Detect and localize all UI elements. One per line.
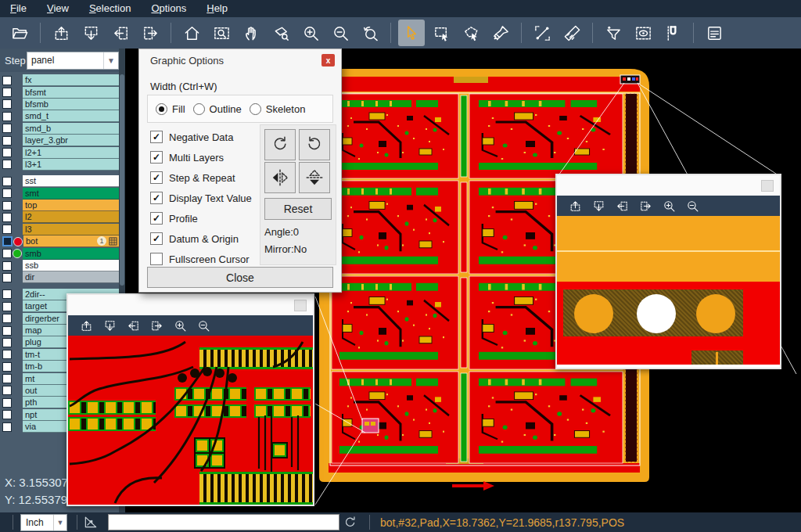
rotate-cw-icon[interactable] xyxy=(264,129,296,160)
layer-name-cell[interactable]: bfsmt xyxy=(23,87,119,99)
checkbox-step-repeat[interactable]: ✓Step & Repeat xyxy=(150,170,235,185)
zoom-out-icon[interactable] xyxy=(194,316,213,335)
zoom-out-icon[interactable] xyxy=(683,196,702,215)
layer-name-cell[interactable]: l2 xyxy=(23,211,119,223)
layer-row-l3[interactable]: l3 xyxy=(0,224,119,235)
refresh-icon[interactable] xyxy=(343,515,357,530)
layer-visibility-checkbox[interactable] xyxy=(2,213,12,222)
menu-selection[interactable]: Selection xyxy=(79,0,141,17)
move-up-icon[interactable] xyxy=(77,316,95,335)
magnifier-window-button[interactable] xyxy=(294,300,307,311)
layer-visibility-checkbox[interactable] xyxy=(2,422,12,432)
step-select[interactable]: panel ▼ xyxy=(27,52,119,70)
layer-visibility-checkbox[interactable] xyxy=(2,386,12,395)
move-down-icon[interactable] xyxy=(589,196,608,215)
layer-name-cell[interactable]: l2+1 xyxy=(23,147,119,159)
clean-brush-icon[interactable] xyxy=(487,20,514,46)
layer-name-cell[interactable]: dir xyxy=(23,271,119,283)
layer-row-smd_b[interactable]: smd_b xyxy=(0,123,119,135)
move-right-icon[interactable] xyxy=(137,20,163,46)
rect-select-icon[interactable] xyxy=(428,20,454,46)
layer-visibility-checkbox[interactable] xyxy=(2,289,12,299)
magnifier-title-bar[interactable] xyxy=(68,295,313,315)
checkbox-fullscreen-cursor[interactable]: Fullscreen Cursor xyxy=(150,251,250,267)
layer-name-cell[interactable]: layer_3.gbr xyxy=(23,135,119,146)
layer-row-sst[interactable]: sst xyxy=(0,175,119,187)
menu-view[interactable]: View xyxy=(37,0,79,17)
layer-row-layer_3.gbr[interactable]: layer_3.gbr xyxy=(0,135,119,146)
layer-visibility-checkbox[interactable] xyxy=(2,273,12,282)
layer-row-top[interactable]: top xyxy=(0,200,119,211)
layer-row-fx[interactable]: fx xyxy=(0,74,119,86)
layer-name-cell[interactable]: l3 xyxy=(23,224,119,235)
scrollbar-thumb[interactable] xyxy=(120,74,124,286)
move-right-icon[interactable] xyxy=(636,196,655,215)
close-icon[interactable]: x xyxy=(321,54,335,66)
menu-file[interactable]: File xyxy=(0,0,37,17)
layer-name-cell[interactable]: l3+1 xyxy=(23,159,119,171)
checkbox-profile[interactable]: ✓Profile xyxy=(150,210,198,226)
zoom-in-icon[interactable] xyxy=(659,196,678,215)
layer-name-cell[interactable]: top xyxy=(23,200,119,211)
move-left-icon[interactable] xyxy=(107,20,134,46)
zoom-region-icon[interactable] xyxy=(208,20,235,46)
layer-name-cell[interactable]: ssb xyxy=(23,260,119,271)
origin-corner-icon[interactable] xyxy=(83,514,99,530)
filter-icon[interactable] xyxy=(600,20,627,46)
layer-row-l2[interactable]: l2 xyxy=(0,211,119,223)
checkbox-box[interactable] xyxy=(150,253,163,265)
checkbox-box[interactable]: ✓ xyxy=(150,171,163,184)
layer-row-l3+1[interactable]: l3+1 xyxy=(0,159,119,171)
checkbox-box[interactable]: ✓ xyxy=(150,212,163,225)
move-up-icon[interactable] xyxy=(566,196,584,215)
move-down-icon[interactable] xyxy=(100,316,119,335)
layer-visibility-checkbox[interactable] xyxy=(2,302,12,311)
layer-visibility-checkbox[interactable] xyxy=(2,249,12,258)
layer-row-bot[interactable]: bot1 xyxy=(0,235,119,247)
checkbox-datum-origin[interactable]: ✓Datum & Origin xyxy=(150,231,239,246)
layer-name-cell[interactable]: smd_b xyxy=(23,123,119,135)
layer-row-smd_t[interactable]: smd_t xyxy=(0,110,119,122)
layer-visibility-checkbox[interactable] xyxy=(2,201,12,210)
poly-select-icon[interactable] xyxy=(458,20,484,46)
layer-visibility-checkbox[interactable] xyxy=(2,261,12,271)
layer-visibility-checkbox[interactable] xyxy=(2,236,13,246)
magnifier-pcb-view[interactable] xyxy=(557,216,780,365)
layer-visibility-checkbox[interactable] xyxy=(2,326,12,336)
layer-visibility-checkbox[interactable] xyxy=(2,314,12,323)
layer-visibility-checkbox[interactable] xyxy=(2,88,12,97)
magnifier-pcb-view[interactable] xyxy=(68,336,313,505)
measure-line-icon[interactable] xyxy=(529,20,555,46)
checkbox-multi-layers[interactable]: ✓Multi Layers xyxy=(150,149,224,165)
layer-name-cell[interactable]: bfsmb xyxy=(23,99,119,110)
magnifier-window-button[interactable] xyxy=(761,180,774,192)
zoom-out-icon[interactable] xyxy=(327,20,354,46)
layer-visibility-checkbox[interactable] xyxy=(2,99,12,109)
layer-name-cell[interactable]: smt xyxy=(23,188,119,200)
move-left-icon[interactable] xyxy=(124,316,142,335)
move-right-icon[interactable] xyxy=(147,316,166,335)
checkbox-box[interactable]: ✓ xyxy=(150,192,163,204)
zoom-in-icon[interactable] xyxy=(171,316,189,335)
radio-outline[interactable]: Outline xyxy=(193,103,242,115)
radio-circle[interactable] xyxy=(250,103,261,115)
radio-fill[interactable]: Fill xyxy=(156,103,185,115)
layer-name-cell[interactable]: smb xyxy=(23,248,119,260)
layer-name-cell[interactable]: fx xyxy=(23,74,119,86)
checkbox-negative-data[interactable]: ✓Negative Data xyxy=(150,129,233,145)
pan-hand-icon[interactable] xyxy=(238,20,264,46)
menu-help[interactable]: Help xyxy=(196,0,238,17)
zoom-previous-icon[interactable] xyxy=(357,20,383,46)
radio-circle[interactable] xyxy=(156,103,167,115)
layer-visibility-checkbox[interactable] xyxy=(2,225,12,234)
layer-visibility-checkbox[interactable] xyxy=(2,76,12,85)
checkbox-display-text-value[interactable]: ✓Display Text Value xyxy=(150,190,252,206)
checkbox-box[interactable]: ✓ xyxy=(150,232,163,245)
layer-visibility-checkbox[interactable] xyxy=(2,189,12,198)
page-zoom-icon[interactable] xyxy=(268,20,294,46)
snap-magnet-icon[interactable] xyxy=(659,20,686,46)
zoom-in-icon[interactable] xyxy=(297,20,324,46)
checkbox-box[interactable]: ✓ xyxy=(150,151,163,164)
magnifier-title-bar[interactable] xyxy=(557,175,780,196)
layer-visibility-checkbox[interactable] xyxy=(2,350,12,359)
